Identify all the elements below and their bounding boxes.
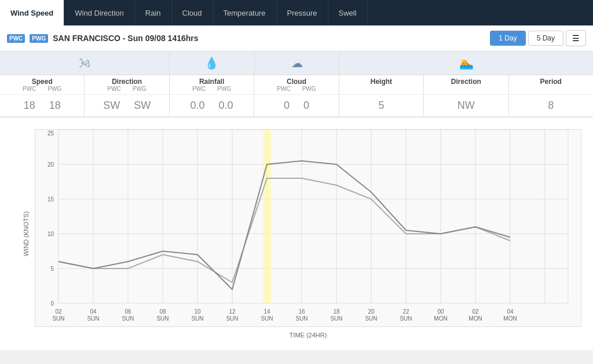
x-tick-9: 20 [368,308,375,315]
height-label-group: Height [339,75,424,94]
rainfall-label-group: Rainfall PWC PWG [170,75,254,94]
chart-svg: 0 5 10 15 20 25 02 SUN 04 SUN 06 SUN 08 … [35,130,580,326]
btn-5day[interactable]: 5 Day [528,31,563,46]
rainfall-pwg-value: 0.0 [219,100,233,112]
rain-category-icon: 💧 [170,52,255,75]
rainfall-pwg-label: PWG [217,86,231,92]
y-tick-20: 20 [47,161,54,168]
tab-temperature[interactable]: Temperature [213,0,277,25]
y-tick-15: 15 [47,196,54,203]
nav-bar: Wind Speed Wind Direction Rain Cloud Tem… [0,0,593,25]
period-label-group: Period [509,75,593,94]
menu-button[interactable]: ☰ [566,30,586,46]
tab-pressure[interactable]: Pressure [277,0,328,25]
period-value: 8 [548,100,554,112]
height-values: 5 [339,95,424,116]
direction-label: Direction [85,78,169,86]
x-tick-8: 18 [333,308,340,315]
rainfall-sublabels: PWC PWG [170,86,254,92]
x-tick-7: 16 [298,308,305,315]
y-tick-10: 10 [47,231,54,237]
tab-wind-speed[interactable]: Wind Speed [0,0,64,25]
x-tick-1-day: SUN [87,315,99,322]
x-tick-7-day: SUN [295,315,308,322]
category-icons-row: 🌬 💧 ☁ 🏊 [0,52,593,75]
data-section: 🌬 💧 ☁ 🏊 Speed PWC PWG Direction PWC PWG [0,52,593,117]
x-tick-0-day: SUN [52,315,64,322]
cloud-pwc-value: 0 [284,100,290,112]
x-tick-11-day: MON [434,315,447,322]
x-tick-4: 10 [194,308,201,315]
btn-1day[interactable]: 1 Day [490,31,525,46]
direction-pwg-label: PWG [133,86,147,92]
swell-icon: 🏊 [459,56,474,70]
tab-cloud[interactable]: Cloud [172,0,213,25]
height-value: 5 [378,100,384,112]
x-tick-5: 12 [229,308,236,315]
direction-pwc-value: SW [103,100,120,112]
speed-label-group: Speed PWC PWG [0,75,85,94]
direction-label-group: Direction PWC PWG [85,75,169,94]
cloud-pwc-label: PWC [277,86,290,92]
x-tick-11: 00 [437,308,444,315]
y-tick-5: 5 [50,266,54,272]
x-tick-3-day: SUN [156,315,169,322]
swell-direction-label: Direction [424,78,508,86]
wind-category-icon: 🌬 [0,52,170,75]
direction-sublabels: PWC PWG [85,86,169,92]
x-tick-12: 02 [472,308,479,315]
x-tick-6-day: SUN [261,315,273,322]
highlight-bar [263,130,271,303]
x-tick-12-day: MON [468,315,482,322]
speed-pwg-value: 18 [49,100,61,112]
x-tick-13-day: MON [503,315,517,322]
x-axis-label: TIME (24HR) [35,327,581,339]
rainfall-label: Rainfall [170,78,254,86]
rain-icon: 💧 [204,56,219,70]
pwc-line [58,178,510,282]
data-values-row: 18 18 SW SW 0.0 0.0 0 0 5 NW 8 [0,95,593,117]
speed-pwc-label: PWC [23,86,36,92]
x-tick-9-day: SUN [365,315,377,322]
cloud-sublabels: PWC PWG [254,86,338,92]
period-label: Period [509,78,593,86]
cloud-label: Cloud [254,78,338,86]
swell-category-icon: 🏊 [339,52,593,75]
direction-values: SW SW [85,95,169,116]
tab-rain[interactable]: Rain [135,0,172,25]
x-tick-13: 04 [507,308,514,315]
cloud-pwg-value: 0 [303,100,309,112]
y-tick-0: 0 [50,300,54,307]
tab-wind-direction[interactable]: Wind Direction [64,0,135,25]
speed-label: Speed [0,78,84,86]
location-info: PWC PWG SAN FRANCISCO - Sun 09/08 1416hr… [7,34,199,43]
location-name: SAN FRANCISCO - Sun 09/08 1416hrs [53,34,198,43]
wind-icon: 🌬 [79,57,90,70]
x-tick-10-day: SUN [400,315,412,322]
data-labels-row: Speed PWC PWG Direction PWC PWG Rainfall… [0,75,593,95]
speed-values: 18 18 [0,95,85,116]
cloud-label-group: Cloud PWC PWG [254,75,339,94]
y-tick-25: 25 [47,130,54,137]
chart-container: WIND (KNOTS) [0,117,593,350]
tab-swell[interactable]: Swell [328,0,368,25]
x-tick-3: 08 [159,308,166,315]
x-tick-2: 06 [125,308,131,315]
rainfall-pwc-label: PWC [192,86,206,92]
x-tick-8-day: SUN [330,315,342,322]
y-axis-label: WIND (KNOTS) [23,211,30,256]
height-label: Height [339,78,423,86]
cloud-values: 0 0 [254,95,339,116]
direction-pwc-label: PWC [108,86,121,92]
cloud-pwg-label: PWG [302,86,316,92]
chart-area[interactable]: 0 5 10 15 20 25 02 SUN 04 SUN 06 SUN 08 … [35,129,581,327]
pwc-badge-2: PWG [30,34,48,43]
x-tick-4-day: SUN [191,315,203,322]
x-tick-5-day: SUN [226,315,238,322]
x-tick-0: 02 [55,308,62,315]
x-tick-10: 22 [402,308,409,315]
pwg-line [58,161,510,289]
x-tick-6: 14 [263,308,270,315]
speed-pwg-label: PWG [47,86,61,92]
speed-pwc-value: 18 [24,100,35,112]
